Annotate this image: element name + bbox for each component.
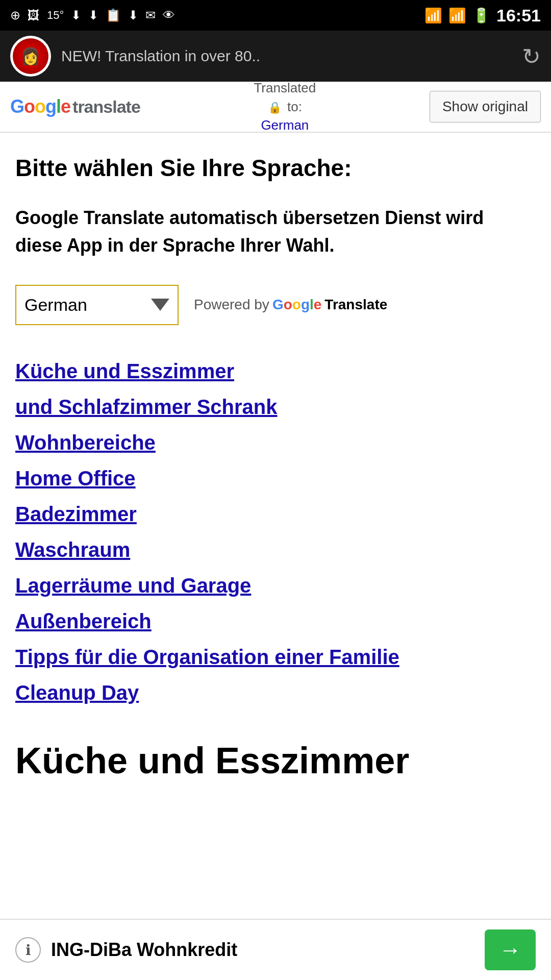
- ad-arrow-button[interactable]: →: [485, 929, 536, 970]
- language-dropdown[interactable]: German: [15, 285, 179, 325]
- browser-logo: 👩: [10, 36, 51, 77]
- ad-arrow-icon: →: [499, 937, 521, 963]
- powered-translate-text: Translate: [324, 297, 387, 313]
- powered-by-label: Powered by Google Translate: [194, 297, 387, 313]
- ad-info-icon: ℹ: [15, 937, 41, 963]
- main-content: Bitte wählen Sie Ihre Sprache: Google Tr…: [0, 133, 551, 905]
- nav-link-aussenbereich[interactable]: Außenbereich: [15, 606, 536, 636]
- ad-banner: ℹ ING-DiBa Wohnkredit →: [0, 919, 551, 980]
- status-bar: ⊕ 🖼 15° ⬇ ⬇ 📋 ⬇ ✉ 👁 📶 📶 🔋 16:51: [0, 0, 551, 31]
- show-original-button[interactable]: Show original: [430, 91, 541, 122]
- nav-link-home-office[interactable]: Home Office: [15, 463, 536, 494]
- time-display: 16:51: [496, 6, 541, 26]
- translate-info: Translated 🔒 to: German: [151, 79, 419, 134]
- download1-status-icon: ⬇: [71, 8, 81, 22]
- nav-link-badezimmer[interactable]: Badezimmer: [15, 499, 536, 529]
- ad-text: ING-DiBa Wohnkredit: [51, 939, 474, 961]
- lock-icon: 🔒: [268, 101, 282, 114]
- mail-status-icon: ✉: [145, 8, 156, 22]
- section-heading: Küche und Esszimmer: [15, 739, 536, 782]
- eye-status-icon: 👁: [163, 8, 175, 22]
- nav-link-lagerraeume[interactable]: Lagerräume und Garage: [15, 570, 536, 601]
- browser-url-bar[interactable]: NEW! Translation in over 80..: [61, 47, 512, 65]
- nav-link-kueche[interactable]: Küche und Esszimmer: [15, 356, 536, 386]
- selected-language: German: [24, 295, 146, 315]
- page-description: Google Translate automatisch übersetzen …: [15, 204, 536, 259]
- google-translate-logo: Google translate: [10, 96, 140, 117]
- nav-link-tipps[interactable]: Tipps für die Organisation einer Familie: [15, 642, 536, 672]
- language-selector: German Powered by Google Translate: [15, 285, 536, 325]
- status-left-icons: ⊕ 🖼 15° ⬇ ⬇ 📋 ⬇ ✉ 👁: [10, 8, 175, 22]
- download2-status-icon: ⬇: [88, 8, 98, 22]
- dropdown-arrow-icon: [151, 299, 169, 311]
- nav-link-cleanup[interactable]: Cleanup Day: [15, 677, 536, 708]
- temp-status-icon: 15°: [47, 9, 64, 22]
- powered-by-text: Powered by: [194, 297, 269, 313]
- language-label: German: [261, 116, 309, 134]
- status-right-icons: 📶 📶 🔋 16:51: [424, 6, 541, 26]
- translated-label: Translated: [254, 79, 316, 97]
- battery-icon: 🔋: [472, 7, 490, 24]
- wifi-icon: 📶: [424, 7, 442, 24]
- add-status-icon: ⊕: [10, 8, 20, 22]
- image-status-icon: 🖼: [28, 8, 40, 22]
- app-icon: 👩: [13, 38, 48, 74]
- screen-status-icon: 📋: [106, 8, 121, 22]
- to-label: to:: [287, 99, 302, 114]
- nav-link-waschraum[interactable]: Waschraum: [15, 534, 536, 565]
- download3-status-icon: ⬇: [128, 8, 138, 22]
- refresh-button[interactable]: ↻: [522, 43, 541, 69]
- powered-google-logo: Google: [272, 297, 321, 313]
- page-heading: Bitte wählen Sie Ihre Sprache:: [15, 153, 536, 184]
- browser-header: 👩 NEW! Translation in over 80.. ↻: [0, 31, 551, 82]
- nav-links: Küche und Esszimmer und Schlafzimmer Sch…: [15, 356, 536, 708]
- translate-bar: Google translate Translated 🔒 to: German…: [0, 82, 551, 133]
- signal-icon: 📶: [448, 7, 466, 24]
- nav-link-schlafzimmer[interactable]: und Schlafzimmer Schrank: [15, 391, 536, 422]
- nav-link-wohnbereiche[interactable]: Wohnbereiche: [15, 427, 536, 458]
